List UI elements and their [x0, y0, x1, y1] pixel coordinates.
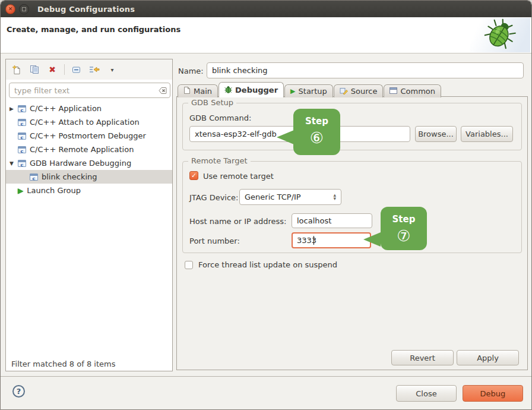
startup-play-icon: ▶ — [290, 87, 295, 95]
gdb-setup-title: GDB Setup — [188, 98, 236, 107]
close-button[interactable]: Close — [396, 385, 457, 402]
gdb-command-label: GDB Command: — [189, 113, 251, 122]
titlebar[interactable]: ✕ Debug Configurations — [1, 1, 531, 17]
name-input[interactable] — [207, 62, 524, 78]
tab-startup[interactable]: ▶ Startup — [284, 84, 333, 97]
new-configuration-icon[interactable] — [11, 64, 23, 75]
callout-step-text: Step — [305, 116, 328, 127]
jtag-device-select[interactable]: Generic TCP/IP ▴ ▾ — [239, 189, 341, 205]
delete-configuration-icon[interactable]: ✖ — [46, 64, 58, 75]
expander-icon[interactable]: ▶ — [10, 106, 18, 112]
callout-step-number: ⑦ — [397, 227, 410, 245]
tree-item-cpp-attach[interactable]: c C/C++ Attach to Application — [6, 115, 172, 129]
window-title: Debug Configurations — [37, 5, 135, 14]
tab-main[interactable]: Main — [178, 84, 218, 97]
tab-label: Main — [194, 87, 212, 96]
tree-item-label: C/C++ Postmortem Debugger — [30, 131, 146, 140]
remote-target-title: Remote Target — [188, 156, 251, 165]
tab-common[interactable]: Common — [384, 84, 441, 97]
step-7-callout: Step ⑦ — [381, 207, 427, 250]
tab-label: Debugger — [235, 86, 278, 94]
callout-pointer — [277, 130, 294, 144]
debugger-bug-icon — [224, 86, 232, 95]
c-application-icon: c — [18, 119, 26, 126]
launch-group-icon: ▶ — [18, 187, 23, 195]
tree-item-gdb-hardware[interactable]: ▼ c GDB Hardware Debugging — [6, 156, 172, 170]
tree-item-cpp-application[interactable]: ▶ c C/C++ Application — [6, 102, 172, 115]
spinner-down-icon: ▾ — [333, 197, 336, 201]
collapse-all-icon[interactable] — [71, 64, 83, 75]
use-remote-target-label: Use remote target — [203, 172, 274, 181]
tab-label: Source — [351, 87, 378, 96]
bug-icon — [483, 18, 517, 53]
tree-item-label: C/C++ Attach to Application — [30, 118, 140, 127]
tree-item-launch-group[interactable]: ▶ Launch Group — [6, 184, 172, 197]
configurations-tree: ▶ c C/C++ Application c C/C++ Attach to … — [6, 102, 172, 197]
spinner-icons[interactable]: ▴ ▾ — [333, 194, 336, 200]
filter-input[interactable] — [9, 83, 170, 98]
main-page-icon — [183, 86, 191, 96]
tree-item-label: Launch Group — [27, 186, 81, 195]
text-caret — [314, 236, 314, 245]
variables-button[interactable]: Variables... — [461, 126, 513, 142]
callout-step-text: Step — [392, 214, 416, 225]
tree-item-label: C/C++ Application — [30, 104, 102, 113]
banner — [470, 18, 530, 52]
jtag-device-value: Generic TCP/IP — [245, 193, 301, 201]
c-application-icon: c — [18, 105, 26, 112]
tab-debugger[interactable]: Debugger — [218, 82, 284, 97]
filter-field-wrap — [9, 83, 170, 98]
tab-source[interactable]: Source — [334, 84, 384, 97]
clear-filter-icon[interactable] — [156, 87, 167, 96]
revert-button[interactable]: Revert — [391, 350, 454, 365]
tree-item-cpp-postmortem[interactable]: c C/C++ Postmortem Debugger — [6, 129, 172, 143]
tree-item-cpp-remote[interactable]: c C/C++ Remote Application — [6, 143, 172, 156]
jtag-device-label: JTAG Device: — [189, 193, 238, 202]
force-thread-label: Force thread list update on suspend — [198, 260, 337, 269]
browse-button[interactable]: Browse... — [415, 126, 457, 142]
toolbar-separator — [64, 64, 65, 75]
step-6-callout: Step ⑥ — [293, 109, 340, 155]
tab-label: Common — [400, 87, 435, 96]
expander-icon[interactable]: ▼ — [10, 160, 18, 166]
callout-step-number: ⑥ — [310, 129, 324, 147]
tab-bar: Main Debugger ▶ Startup Source Common — [178, 82, 442, 97]
check-icon: ✓ — [191, 172, 197, 179]
tab-label: Startup — [299, 87, 327, 96]
common-window-icon — [390, 87, 397, 96]
configurations-panel: ✖ ▾ ▶ c C/C++ Application c — [5, 59, 173, 371]
c-application-icon: c — [30, 174, 38, 181]
host-label: Host name or IP address: — [189, 217, 286, 226]
force-thread-checkbox[interactable] — [185, 261, 193, 269]
c-application-icon: c — [18, 160, 26, 167]
dialog-header: Create, manage, and run configurations — [1, 17, 531, 53]
debug-button[interactable]: Debug — [463, 385, 523, 402]
c-application-icon: c — [18, 146, 26, 153]
callout-pointer — [363, 232, 381, 247]
dialog-subtitle: Create, manage, and run configurations — [7, 25, 180, 34]
configurations-toolbar: ✖ ▾ — [6, 59, 172, 80]
filter-status: Filter matched 8 of 8 items — [11, 359, 115, 368]
maximize-window-icon[interactable] — [19, 4, 29, 14]
tree-item-label: blink checking — [42, 172, 97, 181]
footer-separator — [1, 376, 531, 377]
filter-launch-configurations-icon[interactable] — [88, 64, 100, 75]
tree-item-label: GDB Hardware Debugging — [30, 159, 131, 168]
port-input[interactable] — [292, 232, 371, 248]
apply-button[interactable]: Apply — [457, 350, 519, 365]
tree-item-label: C/C++ Remote Application — [30, 145, 134, 154]
use-remote-target-checkbox[interactable]: ✓ — [189, 171, 198, 180]
c-application-icon: c — [18, 133, 26, 140]
close-window-icon[interactable]: ✕ — [5, 4, 15, 14]
name-label: Name: — [178, 67, 204, 75]
help-icon[interactable]: ? — [12, 385, 25, 398]
port-label: Port number: — [189, 236, 240, 245]
host-input[interactable] — [292, 213, 372, 228]
source-icon — [340, 87, 348, 96]
debug-configurations-dialog: ✕ Debug Configurations Create, manage, a… — [0, 0, 532, 410]
tree-item-blink-checking[interactable]: c blink checking — [6, 170, 172, 184]
duplicate-configuration-icon[interactable] — [28, 64, 40, 75]
toolbar-menu-dropdown-icon[interactable]: ▾ — [106, 64, 118, 75]
